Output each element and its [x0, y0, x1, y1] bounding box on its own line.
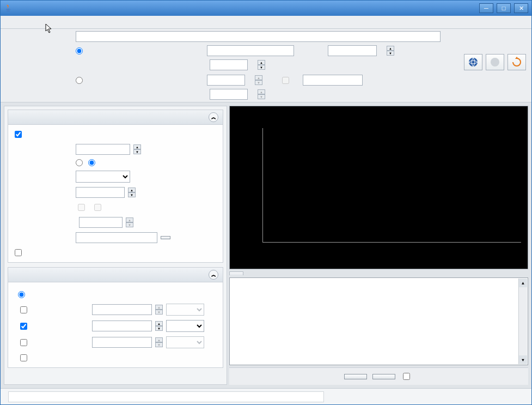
buffer-unit-select	[166, 304, 204, 316]
trade-check	[92, 202, 105, 213]
chart-plot-area	[262, 128, 521, 243]
menubar	[1, 16, 531, 29]
max-segment-unit-select	[166, 336, 204, 348]
output-format-select[interactable]	[76, 171, 130, 183]
rep-file-input[interactable]	[76, 232, 157, 243]
titlebar: ─ □ ✕	[1, 1, 531, 16]
listen-port-input	[207, 75, 245, 86]
save-button[interactable]	[344, 374, 367, 379]
stop-icon	[490, 57, 500, 67]
port-input[interactable]	[328, 45, 377, 56]
tcp-radio[interactable]	[18, 291, 218, 298]
browse-button[interactable]	[161, 236, 170, 239]
config-area: ▲▼ ▲▼ ▲▼ ▲▼	[1, 29, 531, 102]
print-mss-check[interactable]	[13, 247, 218, 258]
tcp-window-unit-select[interactable]	[166, 320, 204, 332]
buffer-spinner: ▲▼	[155, 305, 163, 315]
tcp-window-check[interactable]	[18, 321, 89, 331]
num-connections-input	[210, 89, 248, 100]
refresh-button[interactable]	[507, 54, 526, 70]
application-layer-box: ︽ ▲▼	[8, 110, 223, 263]
numconn-spinner: ▲▼	[258, 89, 265, 99]
report-interval-input[interactable]	[76, 187, 125, 198]
stop-button[interactable]	[486, 54, 504, 70]
tcp-window-spinner[interactable]: ▲▼	[155, 321, 163, 331]
parallel-streams-input[interactable]	[210, 59, 248, 70]
max-segment-check[interactable]	[18, 337, 89, 348]
transmit-input[interactable]	[76, 144, 130, 155]
collapse-icon[interactable]: ︽	[209, 270, 218, 280]
bottom-status	[8, 391, 324, 402]
svg-point-0	[469, 58, 478, 67]
max-segment-spinner: ▲▼	[155, 337, 163, 347]
listen-spinner: ▲▼	[255, 75, 262, 85]
enable-compat-check[interactable]	[13, 129, 218, 140]
clear-now-button[interactable]	[372, 374, 395, 379]
transmit-bytes-radio[interactable]	[76, 159, 85, 166]
svg-point-1	[491, 58, 499, 67]
close-button[interactable]: ✕	[514, 3, 528, 13]
refresh-icon	[511, 57, 522, 68]
transport-layer-box: ︽ ▲▼ ▲▼	[8, 267, 223, 368]
iperf-command-input[interactable]	[76, 31, 441, 42]
right-panel: ▲ ▼	[229, 106, 528, 385]
collapse-icon[interactable]: ︽	[209, 112, 218, 122]
minimize-button[interactable]: ─	[479, 3, 493, 13]
test-port-spinner: ▲▼	[126, 217, 133, 227]
buffer-length-check[interactable]	[18, 305, 89, 315]
output-scrollbar[interactable]: ▲ ▼	[518, 279, 527, 364]
server-address-input[interactable]	[207, 45, 294, 56]
globe-icon	[468, 57, 479, 68]
buffer-length-input	[92, 304, 152, 315]
left-options-panel: ︽ ▲▼	[4, 106, 227, 385]
tcp-window-input[interactable]	[92, 321, 152, 331]
parallel-spinner[interactable]: ▲▼	[258, 60, 265, 70]
scroll-up-icon[interactable]: ▲	[519, 279, 527, 287]
tcp-no-delay-check[interactable]	[18, 353, 218, 363]
dual-check	[76, 202, 89, 213]
max-segment-input	[92, 337, 152, 348]
run-button[interactable]	[464, 54, 482, 70]
transmit-spinner[interactable]: ▲▼	[133, 144, 141, 154]
menu-help[interactable]	[4, 21, 10, 23]
scroll-down-icon[interactable]: ▼	[519, 355, 527, 364]
output-tab[interactable]	[229, 271, 243, 275]
client-limit-check	[280, 75, 293, 86]
report-interval-spinner[interactable]: ▲▼	[128, 188, 136, 197]
mode-server-radio[interactable]	[76, 77, 85, 84]
test-port-input	[79, 217, 123, 228]
clear-on-run-check[interactable]	[401, 371, 414, 382]
maximize-button[interactable]: □	[497, 3, 511, 13]
bandwidth-chart	[229, 106, 528, 269]
client-limit-input	[303, 75, 363, 86]
java-icon	[4, 4, 13, 13]
output-text[interactable]: ▲ ▼	[229, 277, 528, 365]
transmit-seconds-radio[interactable]	[88, 159, 97, 166]
mode-client-radio[interactable]	[76, 47, 85, 55]
status-strip	[1, 388, 531, 404]
port-spinner[interactable]: ▲▼	[387, 46, 394, 56]
